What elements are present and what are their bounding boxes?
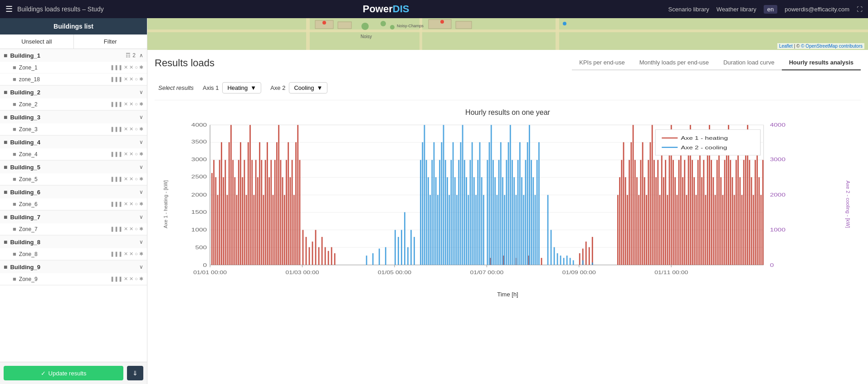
tab-monthly[interactable]: Monthly loads per end-use	[632, 55, 716, 70]
zone-action-asterisk[interactable]: ✱	[139, 276, 143, 282]
axis2-dropdown[interactable]: Cooling ▼	[289, 82, 327, 94]
zone-action-circle[interactable]: ○	[135, 276, 138, 282]
axis1-dropdown[interactable]: Heating ▼	[222, 82, 261, 94]
zone-action-x2[interactable]: ✕	[129, 101, 133, 107]
zone-action-asterisk[interactable]: ✱	[139, 201, 143, 207]
zone-action-asterisk[interactable]: ✱	[139, 251, 143, 257]
zone-action-circle[interactable]: ○	[135, 226, 138, 232]
building-header[interactable]: ■ Building_2 ∨	[0, 86, 147, 98]
zone-action-x2[interactable]: ✕	[129, 276, 133, 282]
building-header[interactable]: ■ Building_9 ∨	[0, 261, 147, 273]
zone-action-asterisk[interactable]: ✱	[139, 226, 143, 232]
sidebar-title: Buildings list	[54, 23, 93, 30]
zone-action-asterisk[interactable]: ✱	[139, 101, 143, 107]
zone-action-asterisk[interactable]: ✱	[139, 176, 143, 182]
zone-action-grid[interactable]: ❚❚❚	[110, 201, 122, 207]
building-header[interactable]: ■ Building_8 ∨	[0, 236, 147, 248]
zone-action-grid[interactable]: ❚❚❚	[110, 151, 122, 157]
zone-action-x1[interactable]: ✕	[124, 76, 128, 82]
building-header[interactable]: ■ Building_6 ∨	[0, 186, 147, 198]
zone-action-circle[interactable]: ○	[135, 151, 138, 157]
svg-rect-149	[678, 160, 680, 265]
zone-action-circle[interactable]: ○	[135, 251, 138, 257]
zone-action-grid[interactable]: ❚❚❚	[110, 176, 122, 182]
unselect-all-button[interactable]: Unselect all	[0, 34, 74, 49]
svg-rect-217	[443, 125, 444, 265]
zone-action-x2[interactable]: ✕	[129, 251, 133, 257]
tab-duration[interactable]: Duration load curve	[716, 55, 782, 70]
svg-rect-259	[525, 160, 527, 265]
zone-action-x2[interactable]: ✕	[129, 126, 133, 132]
zone-action-x1[interactable]: ✕	[124, 176, 128, 182]
zone-action-x2[interactable]: ✕	[129, 201, 133, 207]
chevron-down-icon[interactable]: ∨	[139, 164, 143, 170]
chevron-down-icon[interactable]: ∨	[139, 139, 143, 145]
zone-action-x1[interactable]: ✕	[124, 201, 128, 207]
chevron-down-icon[interactable]: ∨	[139, 239, 143, 245]
svg-rect-186	[749, 160, 750, 265]
tab-hourly[interactable]: Hourly results analysis	[782, 55, 861, 70]
zone-action-x1[interactable]: ✕	[124, 151, 128, 157]
svg-rect-106	[334, 253, 336, 265]
update-results-button[interactable]: ✓ Update results	[4, 366, 123, 380]
svg-rect-230	[468, 195, 469, 265]
language-button[interactable]: en	[764, 5, 777, 14]
zone-action-circle[interactable]: ○	[135, 64, 138, 70]
zone-action-circle[interactable]: ○	[135, 201, 138, 207]
zone-action-asterisk[interactable]: ✱	[139, 76, 143, 82]
zone-action-grid[interactable]: ❚❚❚	[110, 276, 122, 282]
chevron-down-icon[interactable]: ∨	[139, 264, 143, 270]
zone-action-x1[interactable]: ✕	[124, 101, 128, 107]
zone-action-x1[interactable]: ✕	[124, 126, 128, 132]
zone-action-x2[interactable]: ✕	[129, 226, 133, 232]
zone-action-circle[interactable]: ○	[135, 126, 138, 132]
zone-action-x1[interactable]: ✕	[124, 276, 128, 282]
chevron-down-icon[interactable]: ∨	[139, 114, 143, 120]
hamburger-icon[interactable]: ☰	[5, 4, 13, 14]
building-header[interactable]: ■ Building_5 ∨	[0, 161, 147, 173]
chevron-down-icon[interactable]: ∨	[139, 189, 143, 195]
zone-action-grid[interactable]: ❚❚❚	[110, 226, 122, 232]
chevron-down-icon[interactable]: ∨	[139, 214, 143, 220]
zone-action-grid[interactable]: ❚❚❚	[110, 101, 122, 107]
leaflet-link[interactable]: Leaflet	[779, 44, 793, 49]
building-header[interactable]: ■ Building_4 ∨	[0, 136, 147, 148]
zone-actions: ❚❚❚ ✕ ✕ ○ ✱	[110, 176, 143, 182]
filter-button[interactable]: Filter	[74, 34, 147, 49]
zone-action-x1[interactable]: ✕	[124, 64, 128, 70]
zone-action-x2[interactable]: ✕	[129, 76, 133, 82]
chevron-up-icon[interactable]: ∧	[139, 52, 143, 59]
tab-kpis[interactable]: KPIs per end-use	[572, 55, 632, 70]
zone-action-x1[interactable]: ✕	[124, 226, 128, 232]
weather-library-link[interactable]: Weather library	[717, 6, 756, 13]
building-item: ■ Building_7 ∨ ■ Zone_7 ❚❚❚ ✕ ✕ ○ ✱	[0, 211, 147, 236]
building-header[interactable]: ■ Building_3 ∨	[0, 111, 147, 123]
zone-action-asterisk[interactable]: ✱	[139, 151, 143, 157]
zone-action-grid[interactable]: ❚❚❚	[110, 64, 122, 70]
results-header: Results loads KPIs per end-use Monthly l…	[155, 55, 861, 70]
scenario-library-link[interactable]: Scenario library	[668, 6, 709, 13]
zone-action-x2[interactable]: ✕	[129, 176, 133, 182]
svg-rect-178	[734, 195, 735, 265]
zone-action-grid[interactable]: ❚❚❚	[110, 76, 122, 82]
svg-rect-143	[667, 195, 668, 265]
zone-action-grid[interactable]: ❚❚❚	[110, 126, 122, 132]
zone-action-circle[interactable]: ○	[135, 76, 138, 82]
svg-rect-219	[447, 177, 448, 265]
expand-icon[interactable]: ⛶	[857, 6, 863, 13]
download-button[interactable]: ⇓	[127, 366, 143, 380]
zone-action-x2[interactable]: ✕	[129, 64, 133, 70]
zone-action-circle[interactable]: ○	[135, 176, 138, 182]
zone-action-x1[interactable]: ✕	[124, 251, 128, 257]
zone-action-asterisk[interactable]: ✱	[139, 126, 143, 132]
zone-action-grid[interactable]: ❚❚❚	[110, 251, 122, 257]
svg-rect-4	[556, 18, 559, 50]
zone-actions: ❚❚❚ ✕ ✕ ○ ✱	[110, 201, 143, 207]
zone-action-circle[interactable]: ○	[135, 101, 138, 107]
zone-action-x2[interactable]: ✕	[129, 151, 133, 157]
zone-action-asterisk[interactable]: ✱	[139, 64, 143, 70]
building-header[interactable]: ■ Building_1 ☶ 2 ∧	[0, 49, 147, 62]
osm-link[interactable]: © OpenStreetMap contributors	[801, 44, 863, 49]
building-header[interactable]: ■ Building_7 ∨	[0, 211, 147, 223]
chevron-down-icon[interactable]: ∨	[139, 89, 143, 95]
